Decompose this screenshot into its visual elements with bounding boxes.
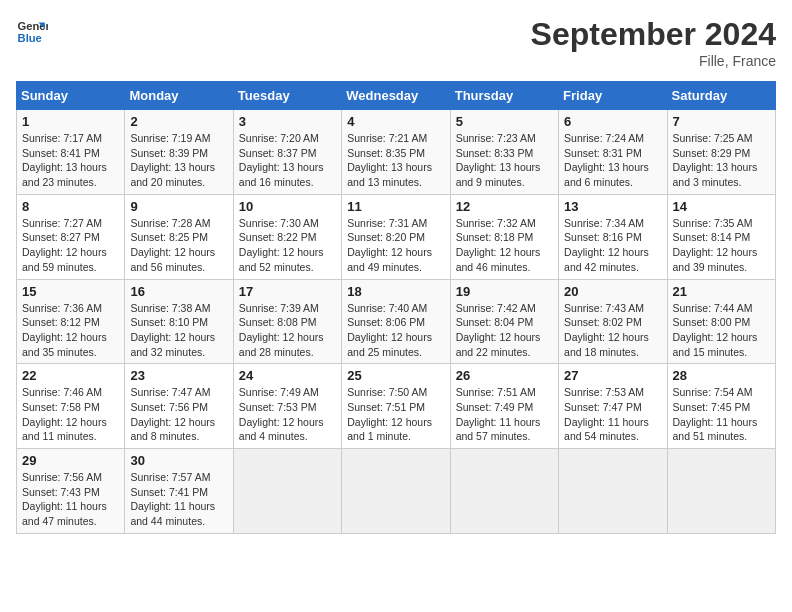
- day-detail: Sunrise: 7:49 AM Sunset: 7:53 PM Dayligh…: [239, 385, 336, 444]
- logo-icon: General Blue: [16, 16, 48, 48]
- calendar-cell: 27Sunrise: 7:53 AM Sunset: 7:47 PM Dayli…: [559, 364, 667, 449]
- day-number: 25: [347, 368, 444, 383]
- weekday-header: Thursday: [450, 82, 558, 110]
- calendar-cell: 26Sunrise: 7:51 AM Sunset: 7:49 PM Dayli…: [450, 364, 558, 449]
- day-number: 16: [130, 284, 227, 299]
- day-number: 24: [239, 368, 336, 383]
- calendar-cell: 14Sunrise: 7:35 AM Sunset: 8:14 PM Dayli…: [667, 194, 775, 279]
- weekday-header: Tuesday: [233, 82, 341, 110]
- calendar-cell: 13Sunrise: 7:34 AM Sunset: 8:16 PM Dayli…: [559, 194, 667, 279]
- svg-text:Blue: Blue: [18, 32, 42, 44]
- weekday-header: Wednesday: [342, 82, 450, 110]
- calendar-cell: 19Sunrise: 7:42 AM Sunset: 8:04 PM Dayli…: [450, 279, 558, 364]
- day-detail: Sunrise: 7:20 AM Sunset: 8:37 PM Dayligh…: [239, 131, 336, 190]
- day-number: 14: [673, 199, 770, 214]
- calendar-cell: 20Sunrise: 7:43 AM Sunset: 8:02 PM Dayli…: [559, 279, 667, 364]
- day-detail: Sunrise: 7:31 AM Sunset: 8:20 PM Dayligh…: [347, 216, 444, 275]
- day-number: 12: [456, 199, 553, 214]
- day-number: 26: [456, 368, 553, 383]
- calendar-cell: 11Sunrise: 7:31 AM Sunset: 8:20 PM Dayli…: [342, 194, 450, 279]
- day-detail: Sunrise: 7:40 AM Sunset: 8:06 PM Dayligh…: [347, 301, 444, 360]
- day-number: 21: [673, 284, 770, 299]
- calendar-cell: 15Sunrise: 7:36 AM Sunset: 8:12 PM Dayli…: [17, 279, 125, 364]
- day-detail: Sunrise: 7:28 AM Sunset: 8:25 PM Dayligh…: [130, 216, 227, 275]
- calendar-cell: 7Sunrise: 7:25 AM Sunset: 8:29 PM Daylig…: [667, 110, 775, 195]
- calendar-week-row: 15Sunrise: 7:36 AM Sunset: 8:12 PM Dayli…: [17, 279, 776, 364]
- location: Fille, France: [531, 53, 776, 69]
- day-detail: Sunrise: 7:39 AM Sunset: 8:08 PM Dayligh…: [239, 301, 336, 360]
- day-detail: Sunrise: 7:19 AM Sunset: 8:39 PM Dayligh…: [130, 131, 227, 190]
- calendar-cell: [559, 449, 667, 534]
- calendar-week-row: 29Sunrise: 7:56 AM Sunset: 7:43 PM Dayli…: [17, 449, 776, 534]
- day-number: 2: [130, 114, 227, 129]
- day-number: 28: [673, 368, 770, 383]
- day-detail: Sunrise: 7:35 AM Sunset: 8:14 PM Dayligh…: [673, 216, 770, 275]
- calendar-cell: 22Sunrise: 7:46 AM Sunset: 7:58 PM Dayli…: [17, 364, 125, 449]
- calendar-cell: 12Sunrise: 7:32 AM Sunset: 8:18 PM Dayli…: [450, 194, 558, 279]
- day-detail: Sunrise: 7:56 AM Sunset: 7:43 PM Dayligh…: [22, 470, 119, 529]
- calendar-week-row: 22Sunrise: 7:46 AM Sunset: 7:58 PM Dayli…: [17, 364, 776, 449]
- month-title: September 2024: [531, 16, 776, 53]
- day-detail: Sunrise: 7:44 AM Sunset: 8:00 PM Dayligh…: [673, 301, 770, 360]
- day-detail: Sunrise: 7:53 AM Sunset: 7:47 PM Dayligh…: [564, 385, 661, 444]
- day-number: 9: [130, 199, 227, 214]
- day-number: 3: [239, 114, 336, 129]
- calendar-cell: 18Sunrise: 7:40 AM Sunset: 8:06 PM Dayli…: [342, 279, 450, 364]
- calendar-cell: [450, 449, 558, 534]
- day-number: 30: [130, 453, 227, 468]
- weekday-header: Sunday: [17, 82, 125, 110]
- weekday-header-row: SundayMondayTuesdayWednesdayThursdayFrid…: [17, 82, 776, 110]
- weekday-header: Friday: [559, 82, 667, 110]
- calendar-cell: [342, 449, 450, 534]
- calendar-cell: [233, 449, 341, 534]
- day-detail: Sunrise: 7:54 AM Sunset: 7:45 PM Dayligh…: [673, 385, 770, 444]
- day-number: 1: [22, 114, 119, 129]
- day-detail: Sunrise: 7:46 AM Sunset: 7:58 PM Dayligh…: [22, 385, 119, 444]
- calendar-cell: 8Sunrise: 7:27 AM Sunset: 8:27 PM Daylig…: [17, 194, 125, 279]
- weekday-header: Monday: [125, 82, 233, 110]
- day-detail: Sunrise: 7:25 AM Sunset: 8:29 PM Dayligh…: [673, 131, 770, 190]
- day-number: 10: [239, 199, 336, 214]
- calendar-table: SundayMondayTuesdayWednesdayThursdayFrid…: [16, 81, 776, 534]
- day-detail: Sunrise: 7:50 AM Sunset: 7:51 PM Dayligh…: [347, 385, 444, 444]
- logo: General Blue: [16, 16, 48, 48]
- calendar-cell: 10Sunrise: 7:30 AM Sunset: 8:22 PM Dayli…: [233, 194, 341, 279]
- day-number: 6: [564, 114, 661, 129]
- day-number: 4: [347, 114, 444, 129]
- calendar-cell: 2Sunrise: 7:19 AM Sunset: 8:39 PM Daylig…: [125, 110, 233, 195]
- calendar-cell: 4Sunrise: 7:21 AM Sunset: 8:35 PM Daylig…: [342, 110, 450, 195]
- day-number: 8: [22, 199, 119, 214]
- calendar-cell: 3Sunrise: 7:20 AM Sunset: 8:37 PM Daylig…: [233, 110, 341, 195]
- day-number: 15: [22, 284, 119, 299]
- calendar-cell: 28Sunrise: 7:54 AM Sunset: 7:45 PM Dayli…: [667, 364, 775, 449]
- day-detail: Sunrise: 7:38 AM Sunset: 8:10 PM Dayligh…: [130, 301, 227, 360]
- day-number: 18: [347, 284, 444, 299]
- day-detail: Sunrise: 7:17 AM Sunset: 8:41 PM Dayligh…: [22, 131, 119, 190]
- day-number: 20: [564, 284, 661, 299]
- calendar-cell: 5Sunrise: 7:23 AM Sunset: 8:33 PM Daylig…: [450, 110, 558, 195]
- day-detail: Sunrise: 7:32 AM Sunset: 8:18 PM Dayligh…: [456, 216, 553, 275]
- day-detail: Sunrise: 7:21 AM Sunset: 8:35 PM Dayligh…: [347, 131, 444, 190]
- day-number: 5: [456, 114, 553, 129]
- day-number: 29: [22, 453, 119, 468]
- day-detail: Sunrise: 7:47 AM Sunset: 7:56 PM Dayligh…: [130, 385, 227, 444]
- calendar-cell: 17Sunrise: 7:39 AM Sunset: 8:08 PM Dayli…: [233, 279, 341, 364]
- day-number: 27: [564, 368, 661, 383]
- calendar-cell: 24Sunrise: 7:49 AM Sunset: 7:53 PM Dayli…: [233, 364, 341, 449]
- day-detail: Sunrise: 7:43 AM Sunset: 8:02 PM Dayligh…: [564, 301, 661, 360]
- weekday-header: Saturday: [667, 82, 775, 110]
- calendar-cell: 6Sunrise: 7:24 AM Sunset: 8:31 PM Daylig…: [559, 110, 667, 195]
- calendar-cell: 29Sunrise: 7:56 AM Sunset: 7:43 PM Dayli…: [17, 449, 125, 534]
- day-number: 11: [347, 199, 444, 214]
- day-number: 17: [239, 284, 336, 299]
- calendar-week-row: 1Sunrise: 7:17 AM Sunset: 8:41 PM Daylig…: [17, 110, 776, 195]
- day-number: 13: [564, 199, 661, 214]
- calendar-cell: 1Sunrise: 7:17 AM Sunset: 8:41 PM Daylig…: [17, 110, 125, 195]
- day-number: 23: [130, 368, 227, 383]
- calendar-cell: 16Sunrise: 7:38 AM Sunset: 8:10 PM Dayli…: [125, 279, 233, 364]
- calendar-cell: 9Sunrise: 7:28 AM Sunset: 8:25 PM Daylig…: [125, 194, 233, 279]
- day-detail: Sunrise: 7:30 AM Sunset: 8:22 PM Dayligh…: [239, 216, 336, 275]
- day-detail: Sunrise: 7:27 AM Sunset: 8:27 PM Dayligh…: [22, 216, 119, 275]
- calendar-week-row: 8Sunrise: 7:27 AM Sunset: 8:27 PM Daylig…: [17, 194, 776, 279]
- day-number: 19: [456, 284, 553, 299]
